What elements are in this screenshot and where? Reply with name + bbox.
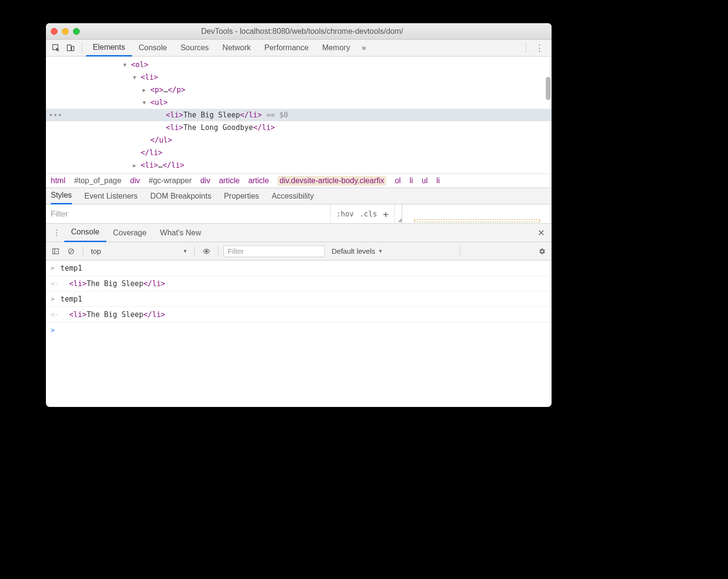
breadcrumb-item[interactable]: html	[51, 176, 65, 185]
console-settings-icon[interactable]	[535, 245, 549, 258]
device-toolbar-icon[interactable]	[63, 41, 78, 55]
elements-dom-tree[interactable]: ▼<ol>▼<li>▶<p>…</p>▼<ul>•••<li>The Big S…	[46, 57, 552, 174]
input-chevron-icon: >	[51, 295, 60, 303]
separator	[82, 43, 82, 53]
prompt-chevron-icon: >	[51, 326, 60, 334]
svg-rect-1	[67, 45, 71, 51]
separator	[526, 43, 526, 53]
svg-rect-3	[53, 248, 58, 254]
dom-node[interactable]: </li>	[46, 146, 552, 159]
margin-box-outline	[414, 219, 540, 222]
drawer-tab-coverage[interactable]: Coverage	[106, 224, 153, 242]
console-row[interactable]: <· <li>The Big Sleep</li>	[46, 276, 552, 291]
subtab-styles[interactable]: Styles	[51, 188, 72, 204]
drawer-tab-console[interactable]: Console	[64, 224, 106, 242]
close-icon[interactable]	[51, 28, 58, 35]
svg-line-6	[70, 249, 73, 253]
log-levels-select[interactable]: Default levels	[327, 247, 388, 255]
box-model-preview	[402, 204, 552, 223]
breadcrumb-item[interactable]: li	[409, 176, 413, 185]
main-tabbar: ElementsConsoleSourcesNetworkPerformance…	[46, 40, 552, 57]
tab-memory[interactable]: Memory	[315, 40, 357, 57]
breadcrumb-item[interactable]: ol	[395, 176, 401, 185]
dom-node[interactable]: ▼<ol>	[46, 58, 552, 71]
window-title: DevTools - localhost:8080/web/tools/chro…	[86, 27, 519, 36]
breadcrumb-item[interactable]: ul	[422, 176, 427, 185]
subtab-event-listeners[interactable]: Event Listeners	[85, 188, 138, 204]
expand-arrow-icon[interactable]: ▶	[133, 162, 140, 169]
new-style-rule-icon[interactable]: +	[383, 209, 389, 219]
dom-node[interactable]: </ul>	[46, 134, 552, 146]
breadcrumb-item[interactable]: #gc-wrapper	[149, 176, 192, 185]
separator	[218, 246, 218, 257]
devtools-window: DevTools - localhost:8080/web/tools/chro…	[46, 23, 552, 407]
breadcrumb-item[interactable]: article	[248, 176, 269, 185]
drawer-close-icon[interactable]: ✕	[534, 228, 549, 238]
breadcrumb-item[interactable]: div.devsite-article-body.clearfix	[277, 176, 386, 186]
dom-node[interactable]: ▶<li>…</li>	[46, 159, 552, 172]
console-toolbar: top Default levels	[46, 242, 552, 261]
expand-arrow-icon[interactable]: ▼	[133, 74, 140, 81]
dom-node[interactable]: ▶<p>…</p>	[46, 84, 552, 96]
input-chevron-icon: >	[51, 264, 60, 272]
console-row[interactable]: <· <li>The Big Sleep</li>	[46, 307, 552, 322]
dom-node[interactable]: ▼<ul>	[46, 96, 552, 109]
minimize-icon[interactable]	[62, 28, 69, 35]
dom-node[interactable]: •••<li>The Big Sleep</li> == $0	[46, 109, 552, 121]
output-chevron-icon: <·	[51, 280, 60, 287]
styles-toggle-group: :hov .cls +	[330, 204, 395, 223]
styles-filter-input[interactable]	[46, 204, 330, 223]
expand-arrow-icon[interactable]: ▼	[123, 62, 130, 68]
breadcrumb-item[interactable]: li	[437, 176, 440, 185]
more-menu-icon[interactable]: ⋮	[530, 43, 549, 53]
tabs-overflow-icon[interactable]: »	[357, 43, 371, 52]
subtab-properties[interactable]: Properties	[224, 188, 259, 204]
traffic-lights	[51, 28, 80, 35]
drawer-tab-what-s-new[interactable]: What's New	[153, 224, 208, 242]
output-chevron-icon: <·	[51, 311, 60, 318]
execution-context-select[interactable]: top	[88, 245, 189, 258]
breadcrumb-item[interactable]: article	[219, 176, 240, 185]
drawer-tabbar: ⋮ ConsoleCoverageWhat's New ✕	[46, 224, 552, 242]
separator	[194, 246, 195, 257]
expand-arrow-icon[interactable]: ▶	[143, 87, 149, 93]
console-row[interactable]: >temp1	[46, 261, 552, 276]
live-expression-icon[interactable]	[200, 245, 213, 258]
console-row[interactable]: >	[46, 322, 552, 338]
console-output[interactable]: >temp1<· <li>The Big Sleep</li>>temp1<· …	[46, 261, 552, 338]
styles-subtabs: StylesEvent ListenersDOM BreakpointsProp…	[46, 188, 552, 204]
tab-network[interactable]: Network	[216, 40, 258, 57]
console-filter-input[interactable]	[223, 246, 325, 257]
breadcrumb-item[interactable]: #top_of_page	[74, 176, 121, 185]
hov-toggle[interactable]: :hov	[336, 210, 354, 218]
subtab-accessibility[interactable]: Accessibility	[272, 188, 314, 204]
inspect-element-icon[interactable]	[49, 41, 63, 55]
clear-console-icon[interactable]	[64, 245, 78, 258]
dom-node[interactable]: ▼<li>	[46, 71, 552, 84]
separator	[83, 246, 83, 257]
styles-filter-row: :hov .cls + ◢	[46, 204, 552, 224]
drawer-menu-icon[interactable]: ⋮	[49, 228, 64, 237]
elements-breadcrumb[interactable]: html#top_of_pagediv#gc-wrapperdivarticle…	[46, 174, 552, 188]
expand-arrow-icon[interactable]: ▼	[143, 100, 149, 106]
breadcrumb-item[interactable]: div	[201, 176, 210, 185]
scrollbar-thumb[interactable]	[546, 77, 551, 100]
separator	[460, 246, 460, 257]
node-actions-icon[interactable]: •••	[49, 111, 62, 119]
console-sidebar-toggle-icon[interactable]	[49, 245, 62, 258]
tab-elements[interactable]: Elements	[86, 40, 132, 57]
subtab-dom-breakpoints[interactable]: DOM Breakpoints	[150, 188, 211, 204]
dom-node[interactable]: <li>The Long Goodbye</li>	[46, 121, 552, 134]
zoom-icon[interactable]	[73, 28, 80, 35]
resize-corner-icon[interactable]: ◢	[395, 217, 402, 223]
svg-point-7	[205, 250, 207, 252]
tab-console[interactable]: Console	[132, 40, 174, 57]
breadcrumb-item[interactable]: div	[130, 176, 140, 185]
titlebar: DevTools - localhost:8080/web/tools/chro…	[46, 23, 552, 40]
console-row[interactable]: >temp1	[46, 291, 552, 307]
cls-toggle[interactable]: .cls	[360, 210, 377, 218]
svg-rect-2	[72, 46, 74, 51]
tab-sources[interactable]: Sources	[174, 40, 216, 57]
tab-performance[interactable]: Performance	[258, 40, 316, 57]
